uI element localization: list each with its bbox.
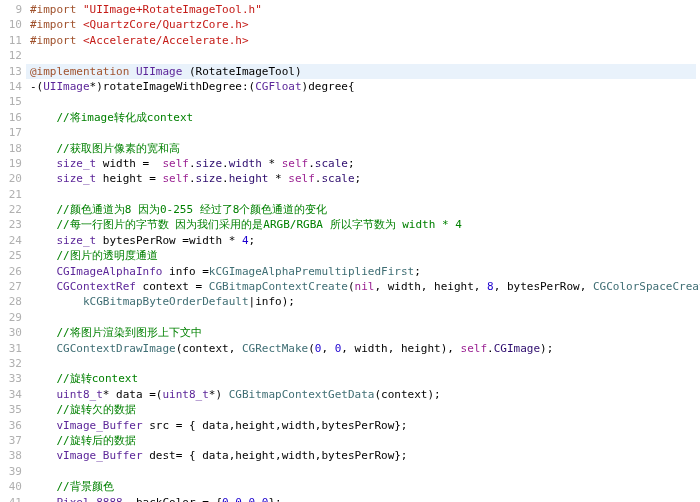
token xyxy=(30,172,57,185)
line-number: 12 xyxy=(0,48,22,63)
token: dest= { data,height,width,bytesPerRow}; xyxy=(143,449,408,462)
code-line[interactable]: CGContextRef context = CGBitmapContextCr… xyxy=(30,279,696,294)
code-line[interactable]: CGContextDrawImage(context, CGRectMake(0… xyxy=(30,341,696,356)
line-number: 38 xyxy=(0,448,22,463)
code-line[interactable] xyxy=(30,310,696,325)
code-line[interactable] xyxy=(30,48,696,63)
line-number: 39 xyxy=(0,464,22,479)
code-editor[interactable]: 9101112131415161718192021222324252627282… xyxy=(0,0,700,502)
token: @implementation xyxy=(30,65,129,78)
line-number: 28 xyxy=(0,294,22,309)
line-number: 10 xyxy=(0,17,22,32)
token: //背景颜色 xyxy=(57,480,114,493)
line-number: 27 xyxy=(0,279,22,294)
token xyxy=(30,265,57,278)
code-line[interactable] xyxy=(30,94,696,109)
token: -( xyxy=(30,80,43,93)
token: //图片的透明度通道 xyxy=(57,249,158,262)
code-line[interactable] xyxy=(30,125,696,140)
token: ; xyxy=(414,265,421,278)
code-line[interactable]: //图片的透明度通道 xyxy=(30,248,696,263)
line-number: 17 xyxy=(0,125,22,140)
token: #import xyxy=(30,34,83,47)
code-line[interactable]: #import <QuartzCore/QuartzCore.h> xyxy=(30,17,696,32)
token xyxy=(30,249,57,262)
code-line[interactable]: //颜色通道为8 因为0-255 经过了8个颜色通道的变化 xyxy=(30,202,696,217)
line-number: 35 xyxy=(0,402,22,417)
token: }; xyxy=(268,496,281,503)
token: , xyxy=(321,342,334,355)
code-line[interactable]: //获取图片像素的宽和高 xyxy=(30,141,696,156)
code-line[interactable]: //将图片渲染到图形上下文中 xyxy=(30,325,696,340)
code-line[interactable]: //旋转后的数据 xyxy=(30,433,696,448)
token xyxy=(30,388,57,401)
token: , bytesPerRow, xyxy=(494,280,593,293)
code-line[interactable]: #import <Accelerate/Accelerate.h> xyxy=(30,33,696,48)
token: CGContextDrawImage xyxy=(57,342,176,355)
code-line[interactable]: uint8_t* data =(uint8_t*) CGBitmapContex… xyxy=(30,387,696,402)
token: info = xyxy=(162,265,208,278)
line-number: 18 xyxy=(0,141,22,156)
token: width xyxy=(229,157,262,170)
code-line[interactable]: size_t bytesPerRow =width * 4; xyxy=(30,233,696,248)
code-line[interactable]: kCGBitmapByteOrderDefault|info); xyxy=(30,294,696,309)
token xyxy=(30,142,57,155)
token: //旋转context xyxy=(57,372,139,385)
token: self xyxy=(282,157,309,170)
token: 0 xyxy=(222,496,229,503)
line-number: 19 xyxy=(0,156,22,171)
token: (RotateImageTool) xyxy=(182,65,301,78)
token: bytesPerRow =width * xyxy=(96,234,242,247)
code-area[interactable]: #import "UIImage+RotateImageTool.h"#impo… xyxy=(26,0,700,502)
token: * data =( xyxy=(103,388,163,401)
code-line[interactable]: //旋转欠的数据 xyxy=(30,402,696,417)
token: vImage_Buffer xyxy=(57,449,143,462)
token: . xyxy=(222,157,229,170)
token: . xyxy=(308,157,315,170)
token: "UIImage+RotateImageTool.h" xyxy=(83,3,262,16)
token: //获取图片像素的宽和高 xyxy=(57,142,180,155)
token xyxy=(30,480,57,493)
token: CGRectMake xyxy=(242,342,308,355)
code-line[interactable]: Pixel_8888 backColor = {0,0,0,0}; xyxy=(30,495,696,503)
token: , xyxy=(255,496,262,503)
code-line[interactable] xyxy=(30,187,696,202)
token: )degree{ xyxy=(302,80,355,93)
code-line[interactable]: -(UIImage*)rotateImageWithDegree:(CGFloa… xyxy=(30,79,696,94)
code-line[interactable]: vImage_Buffer dest= { data,height,width,… xyxy=(30,448,696,463)
code-line[interactable] xyxy=(30,356,696,371)
token: //将image转化成context xyxy=(57,111,194,124)
token: self xyxy=(461,342,488,355)
token: CGFloat xyxy=(255,80,301,93)
code-line[interactable]: //每一行图片的字节数 因为我们采用的是ARGB/RGBA 所以字节数为 wid… xyxy=(30,217,696,232)
line-number: 22 xyxy=(0,202,22,217)
token: UIImage xyxy=(43,80,89,93)
code-line[interactable]: //将image转化成context xyxy=(30,110,696,125)
line-number: 13 xyxy=(0,64,22,79)
code-line[interactable]: #import "UIImage+RotateImageTool.h" xyxy=(30,2,696,17)
token: //旋转欠的数据 xyxy=(57,403,136,416)
token: <Accelerate/Accelerate.h> xyxy=(83,34,249,47)
line-number: 16 xyxy=(0,110,22,125)
line-number: 23 xyxy=(0,217,22,232)
code-line[interactable] xyxy=(30,464,696,479)
token: #import xyxy=(30,18,83,31)
token xyxy=(30,295,83,308)
code-line[interactable]: CGImageAlphaInfo info =kCGImageAlphaPrem… xyxy=(30,264,696,279)
line-number: 20 xyxy=(0,171,22,186)
code-line[interactable]: vImage_Buffer src = { data,height,width,… xyxy=(30,418,696,433)
line-number: 33 xyxy=(0,371,22,386)
code-line[interactable]: size_t width = self.size.width * self.sc… xyxy=(30,156,696,171)
token xyxy=(30,449,57,462)
token xyxy=(30,342,57,355)
code-line[interactable]: //旋转context xyxy=(30,371,696,386)
token: ; xyxy=(355,172,362,185)
code-line[interactable]: //背景颜色 xyxy=(30,479,696,494)
token: height = xyxy=(96,172,162,185)
token: (context, xyxy=(176,342,242,355)
code-line[interactable]: @implementation UIImage (RotateImageTool… xyxy=(26,64,696,79)
code-line[interactable]: size_t height = self.size.height * self.… xyxy=(30,171,696,186)
token: backColor = { xyxy=(123,496,222,503)
token: nil xyxy=(355,280,375,293)
token xyxy=(30,372,57,385)
